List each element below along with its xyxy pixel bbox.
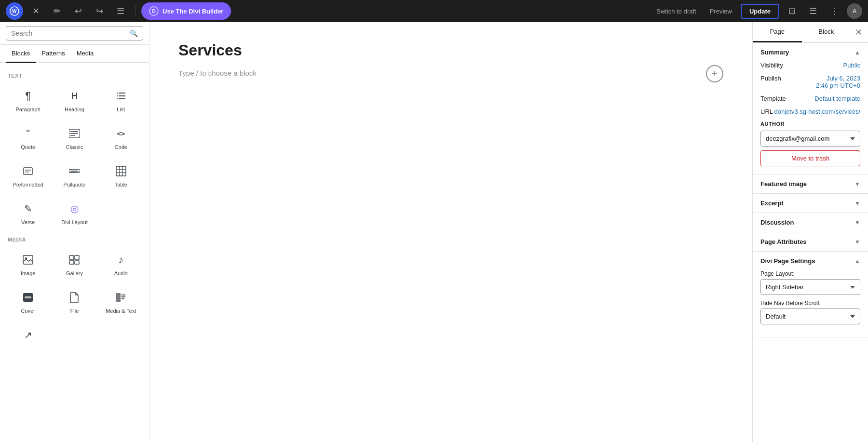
pullquote-icon xyxy=(67,163,82,179)
tab-page[interactable]: Page xyxy=(753,22,802,42)
audio-icon: ♪ xyxy=(113,252,129,268)
settings-button[interactable]: ☰ xyxy=(804,2,822,20)
discussion-header[interactable]: Discussion ▼ xyxy=(753,213,868,232)
summary-header[interactable]: Summary ▲ xyxy=(753,43,868,62)
url-value[interactable]: donjetv3.sg-host.com/services/ xyxy=(774,108,860,115)
svg-rect-33 xyxy=(122,298,124,299)
tab-media[interactable]: Media xyxy=(71,45,99,63)
heading-icon: H xyxy=(67,88,82,104)
block-item-code[interactable]: <> Code xyxy=(99,120,143,156)
block-item-file[interactable]: File xyxy=(52,284,96,320)
image-label: Image xyxy=(21,270,36,276)
publish-label: Publish xyxy=(760,75,781,82)
block-item-heading[interactable]: H Heading xyxy=(52,82,96,118)
hide-nav-select[interactable]: Default Enable Disable xyxy=(760,308,860,324)
block-item-audio[interactable]: ♪ Audio xyxy=(99,246,143,282)
svg-rect-32 xyxy=(122,296,125,297)
page-layout-label: Page Layout: xyxy=(760,270,860,277)
search-input[interactable] xyxy=(11,29,126,37)
switch-to-draft-button[interactable]: Switch to draft xyxy=(651,5,701,18)
url-label: URL xyxy=(760,108,773,115)
featured-image-title: Featured image xyxy=(760,180,807,188)
block-item-cover[interactable]: Cover xyxy=(6,284,50,320)
gallery-icon xyxy=(67,252,82,268)
tab-patterns[interactable]: Patterns xyxy=(36,45,70,63)
block-item-quote[interactable]: " Quote xyxy=(6,120,50,156)
page-attributes-header[interactable]: Page Attributes ▼ xyxy=(753,232,868,251)
publish-value[interactable]: July 6, 2023 2:46 pm UTC+0 xyxy=(816,75,860,89)
divi-builder-button[interactable]: D Use The Divi Builder xyxy=(141,2,231,20)
embed-icon: ↗ xyxy=(20,327,36,343)
template-row: Template Default template xyxy=(760,95,860,102)
edit-icon-button[interactable]: ✏ xyxy=(48,2,66,20)
block-item-preformatted[interactable]: Preformatted xyxy=(6,158,50,193)
block-item-classic[interactable]: Classic xyxy=(52,120,96,156)
block-item-media-text[interactable]: Media & Text xyxy=(99,284,143,320)
block-item-divi-layout[interactable]: ◎ Divi Layout xyxy=(52,195,96,231)
discussion-chevron: ▼ xyxy=(854,219,860,226)
undo-button[interactable]: ↩ xyxy=(69,2,87,20)
block-item-gallery[interactable]: Gallery xyxy=(52,246,96,282)
svg-text:W: W xyxy=(12,9,17,14)
preview-button[interactable]: Preview xyxy=(705,5,737,18)
update-button[interactable]: Update xyxy=(741,4,779,19)
block-item-table[interactable]: Table xyxy=(99,158,143,193)
search-bar: 🔍 xyxy=(0,22,149,45)
page-layout-select[interactable]: Right Sidebar Left Sidebar Full Width No… xyxy=(760,279,860,295)
block-item-paragraph[interactable]: ¶ Paragraph xyxy=(6,82,50,118)
block-item-pullquote[interactable]: Pullquote xyxy=(52,158,96,193)
quote-icon: " xyxy=(20,126,36,141)
divi-settings-header[interactable]: Divi Page Settings ▲ xyxy=(753,252,868,270)
image-icon xyxy=(20,252,36,268)
verse-label: Verse xyxy=(21,219,35,225)
view-toggle-button[interactable]: ⊡ xyxy=(783,2,800,20)
svg-rect-4 xyxy=(119,98,125,99)
svg-rect-10 xyxy=(70,133,78,134)
visibility-value[interactable]: Public xyxy=(843,62,860,69)
close-button[interactable]: ✕ xyxy=(27,2,44,20)
svg-rect-7 xyxy=(117,98,118,99)
author-select[interactable]: deezgrafix@gmail.com xyxy=(760,131,860,147)
excerpt-chevron: ▼ xyxy=(854,200,860,207)
move-to-trash-button[interactable]: Move to trash xyxy=(760,150,860,166)
svg-rect-3 xyxy=(119,95,125,96)
more-options-button[interactable]: ⋮ xyxy=(826,2,843,20)
block-item-list[interactable]: List xyxy=(99,82,143,118)
redo-button[interactable]: ↪ xyxy=(91,2,108,20)
svg-rect-5 xyxy=(117,93,118,94)
code-label: Code xyxy=(115,144,127,150)
excerpt-section: Excerpt ▼ xyxy=(753,194,868,213)
paragraph-icon: ¶ xyxy=(20,88,36,104)
block-item-embed[interactable]: ↗ xyxy=(6,321,50,351)
right-panel-close-button[interactable]: ✕ xyxy=(851,25,866,40)
template-value[interactable]: Default template xyxy=(814,95,860,102)
svg-rect-17 xyxy=(116,166,126,176)
svg-rect-26 xyxy=(69,261,74,264)
visibility-row: Visibility Public xyxy=(760,62,860,69)
svg-rect-31 xyxy=(122,295,125,295)
list-view-button[interactable]: ☰ xyxy=(112,2,129,20)
divi-layout-icon: ◎ xyxy=(67,201,82,216)
block-item-verse[interactable]: ✎ Verse xyxy=(6,195,50,231)
preformatted-icon xyxy=(20,163,36,179)
summary-body: Visibility Public Publish July 6, 2023 2… xyxy=(753,62,868,174)
excerpt-header[interactable]: Excerpt ▼ xyxy=(753,194,868,213)
add-block-button[interactable]: + xyxy=(706,65,723,82)
file-label: File xyxy=(70,308,79,314)
featured-image-header[interactable]: Featured image ▼ xyxy=(753,174,868,193)
tab-block[interactable]: Block xyxy=(802,22,851,42)
file-icon xyxy=(67,290,82,305)
block-item-image[interactable]: Image xyxy=(6,246,50,282)
wp-logo: W xyxy=(6,2,23,20)
media-text-label: Media & Text xyxy=(106,308,136,314)
avatar[interactable]: A xyxy=(847,3,862,19)
tab-blocks[interactable]: Blocks xyxy=(6,45,36,63)
right-panel: Page Block ✕ Summary ▲ Visibility Public… xyxy=(752,22,868,442)
visibility-label: Visibility xyxy=(760,62,783,69)
svg-rect-29 xyxy=(25,296,31,298)
author-label: AUTHOR xyxy=(760,121,860,127)
block-placeholder[interactable]: Type / to choose a block xyxy=(178,69,257,77)
media-text-icon xyxy=(113,290,129,305)
page-title[interactable]: Services xyxy=(178,41,723,59)
page-attributes-chevron: ▼ xyxy=(854,239,860,245)
